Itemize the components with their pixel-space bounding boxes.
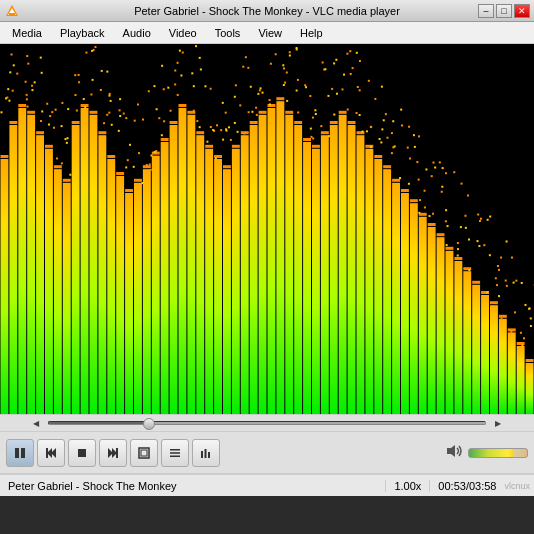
next-button[interactable] xyxy=(99,439,127,467)
status-bar: Peter Gabriel - Shock The Monkey 1.00x 0… xyxy=(0,474,534,496)
volume-area xyxy=(446,444,528,461)
progress-bar-area: ◀ ▶ xyxy=(0,414,534,432)
fullscreen-button[interactable] xyxy=(130,439,158,467)
menu-item-video[interactable]: Video xyxy=(161,25,205,41)
menu-item-help[interactable]: Help xyxy=(292,25,331,41)
progress-handle[interactable] xyxy=(143,418,155,430)
menu-item-tools[interactable]: Tools xyxy=(207,25,249,41)
svg-rect-7 xyxy=(46,448,48,458)
vlc-watermark: vlcnux xyxy=(504,481,534,491)
title-bar: Peter Gabriel - Shock The Monkey - VLC m… xyxy=(0,0,534,22)
volume-icon[interactable] xyxy=(446,444,464,461)
svg-rect-3 xyxy=(15,448,19,458)
play-pause-button[interactable] xyxy=(6,439,34,467)
stop-button[interactable] xyxy=(68,439,96,467)
svg-rect-11 xyxy=(116,448,118,458)
menu-item-view[interactable]: View xyxy=(250,25,290,41)
window-controls[interactable]: – □ ✕ xyxy=(478,4,530,18)
svg-rect-14 xyxy=(170,449,180,451)
equalizer-button[interactable] xyxy=(192,439,220,467)
svg-rect-15 xyxy=(170,452,180,454)
spectrum-visualizer xyxy=(0,44,534,414)
prev-button[interactable] xyxy=(37,439,65,467)
svg-rect-19 xyxy=(208,452,210,458)
volume-empty xyxy=(513,449,528,457)
maximize-button[interactable]: □ xyxy=(496,4,512,18)
time-display: 00:53/03:58 xyxy=(430,480,504,492)
volume-track[interactable] xyxy=(468,448,528,458)
svg-rect-13 xyxy=(141,450,147,456)
vlc-icon xyxy=(4,3,20,19)
svg-rect-8 xyxy=(78,449,86,457)
minimize-button[interactable]: – xyxy=(478,4,494,18)
svg-rect-18 xyxy=(205,449,207,458)
menu-item-audio[interactable]: Audio xyxy=(115,25,159,41)
menu-bar: MediaPlaybackAudioVideoToolsViewHelp xyxy=(0,22,534,44)
progress-fill xyxy=(49,422,149,424)
menu-item-playback[interactable]: Playback xyxy=(52,25,113,41)
playlist-button[interactable] xyxy=(161,439,189,467)
svg-rect-4 xyxy=(21,448,25,458)
svg-marker-20 xyxy=(447,445,455,457)
controls-bar xyxy=(0,432,534,474)
seek-forward-button[interactable]: ▶ xyxy=(490,415,506,431)
playback-speed-label: 1.00x xyxy=(385,480,430,492)
window-title: Peter Gabriel - Shock The Monkey - VLC m… xyxy=(0,5,534,17)
now-playing-label: Peter Gabriel - Shock The Monkey xyxy=(0,480,385,492)
svg-rect-16 xyxy=(170,455,180,457)
progress-track[interactable] xyxy=(48,421,486,425)
svg-rect-2 xyxy=(9,13,15,15)
menu-item-media[interactable]: Media xyxy=(4,25,50,41)
seek-back-button[interactable]: ◀ xyxy=(28,415,44,431)
svg-rect-17 xyxy=(201,451,203,458)
close-button[interactable]: ✕ xyxy=(514,4,530,18)
